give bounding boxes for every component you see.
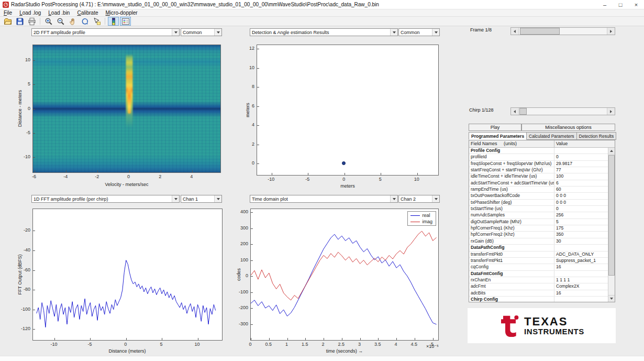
y-tick-label: 10 bbox=[249, 65, 254, 70]
table-row[interactable]: rxGain (dB)30 bbox=[469, 238, 608, 245]
table-row[interactable]: txPhaseShifter (deg)0 0 0 bbox=[469, 200, 608, 206]
table-row[interactable]: txStartTime (us)0 bbox=[469, 206, 608, 212]
timedomain-plot[interactable]: realimag bbox=[250, 209, 439, 341]
chevron-down-icon bbox=[172, 29, 179, 36]
slider-left-arrow-icon[interactable] bbox=[511, 28, 519, 35]
table-row[interactable]: startFreqConst + startFreqVar (Ghz)77 bbox=[469, 167, 608, 173]
plot-type-select-range-doppler[interactable]: 2D FFT amplitude profile bbox=[31, 28, 180, 36]
table-row[interactable]: hpfCornerFreq2 (Khz)350 bbox=[469, 232, 608, 238]
table-row[interactable]: adcFmtComplex2X bbox=[469, 283, 608, 290]
table-section-row[interactable]: DataPathConfig bbox=[469, 245, 608, 251]
table-row[interactable]: hpfCornerFreq1 (Khz)175 bbox=[469, 225, 608, 232]
table-row[interactable]: freqSlopeConst + freqSlopeVar (Mhz/us)29… bbox=[469, 161, 608, 167]
pan-icon[interactable] bbox=[67, 17, 78, 26]
tab-detection-results[interactable]: Detection Results bbox=[577, 132, 617, 140]
y-axis-label: meters bbox=[245, 103, 250, 117]
menu-load-log[interactable]: Load .log bbox=[16, 9, 45, 17]
chirp-slider[interactable] bbox=[510, 107, 615, 115]
scroll-down-arrow-icon[interactable] bbox=[608, 295, 615, 302]
chirp-slider-track[interactable] bbox=[519, 108, 607, 115]
range-doppler-plot[interactable] bbox=[32, 45, 221, 173]
frame-slider[interactable] bbox=[510, 27, 615, 35]
table-row[interactable]: transferFmtPkt0ADC_DATA_ONLY bbox=[469, 251, 608, 258]
data-cursor-icon[interactable] bbox=[91, 17, 102, 26]
table-scrollbar[interactable] bbox=[608, 148, 615, 302]
rotate-icon[interactable] bbox=[79, 17, 90, 26]
table-row[interactable]: rampEndTime (us)60 bbox=[469, 187, 608, 193]
field-name-cell: txPhaseShifter (deg) bbox=[469, 200, 554, 205]
scrollbar-track[interactable] bbox=[608, 155, 615, 295]
table-row[interactable]: profileId0 bbox=[469, 154, 608, 160]
channel-select-range-doppler[interactable]: Common bbox=[181, 28, 222, 36]
selected-plot-type: 2D FFT amplitude profile bbox=[32, 30, 172, 35]
menu-file[interactable]: File bbox=[0, 9, 16, 17]
channel-select-detection[interactable]: Common bbox=[398, 28, 440, 36]
plot-type-select-fft1d[interactable]: 1D FFT amplitude profile (per chirp) bbox=[31, 195, 180, 203]
table-header-row: Field Names (units) Value bbox=[469, 140, 615, 148]
save-icon[interactable] bbox=[14, 17, 25, 26]
value-cell: 0 bbox=[554, 154, 608, 160]
plot-type-select-detection[interactable]: Detection & Angle estimation Results bbox=[250, 28, 398, 36]
value-cell: 77 bbox=[554, 167, 608, 173]
chevron-down-icon bbox=[432, 195, 439, 202]
tab-calculated-parameters[interactable]: Calculated Parameters bbox=[527, 132, 576, 140]
scrollbar-thumb[interactable] bbox=[608, 155, 615, 276]
chevron-down-icon bbox=[390, 29, 397, 36]
play-button[interactable]: Play bbox=[469, 124, 521, 131]
selected-channel: Chan 2 bbox=[399, 196, 432, 202]
detection-plot[interactable] bbox=[257, 45, 439, 176]
x-tick-label: 2.5 bbox=[338, 342, 345, 347]
x-tick-label: 1 bbox=[285, 342, 288, 347]
slider-right-arrow-icon[interactable] bbox=[607, 108, 615, 115]
fft1d-plot[interactable] bbox=[32, 209, 223, 341]
chevron-down-icon bbox=[172, 195, 179, 202]
x-tick-label: -5 bbox=[305, 177, 309, 182]
frame-slider-track[interactable] bbox=[519, 28, 607, 35]
table-section-row[interactable]: DataFmtConfig bbox=[469, 271, 608, 277]
zoom-out-icon[interactable] bbox=[55, 17, 66, 26]
table-row[interactable]: cqConfig16 bbox=[469, 264, 608, 270]
plot-legend: realimag bbox=[407, 211, 436, 226]
slider-right-arrow-icon[interactable] bbox=[607, 28, 615, 35]
open-icon[interactable] bbox=[2, 17, 13, 26]
channel-select-fft1d[interactable]: Chan 1 bbox=[181, 195, 222, 203]
field-name-cell: adcFmt bbox=[469, 283, 554, 289]
y-tick-label: -200 bbox=[239, 305, 248, 310]
table-row[interactable]: adcBits16 bbox=[469, 290, 608, 297]
frame-label: Frame 1/8 bbox=[470, 27, 492, 32]
y-tick-label: 100 bbox=[240, 257, 248, 262]
menu-calibrate[interactable]: Calibrate bbox=[73, 9, 102, 17]
chirp-slider-thumb[interactable] bbox=[519, 108, 527, 115]
table-row[interactable]: rxChanEn1 1 1 1 bbox=[469, 277, 608, 283]
x-tick-label: 5 bbox=[160, 342, 163, 347]
y-tick-label: 200 bbox=[240, 241, 248, 246]
value-cell: 16 bbox=[554, 290, 608, 296]
menu-load-bin[interactable]: Load .bin bbox=[45, 9, 73, 17]
table-row[interactable]: transferFmtPkt1Suppress_packet_1 bbox=[469, 258, 608, 264]
plot-type-select-timedomain[interactable]: Time domain plot bbox=[250, 195, 398, 203]
print-icon[interactable] bbox=[26, 17, 37, 26]
miscellaneous-options-button[interactable]: Miscellaneous options bbox=[521, 124, 615, 131]
table-row[interactable]: adcStartTimeConst + adcStartTimeVar (us)… bbox=[469, 180, 608, 187]
colorbar-icon[interactable] bbox=[108, 17, 119, 26]
table-row[interactable]: numAdcSamples256 bbox=[469, 212, 608, 218]
table-row[interactable]: digOutSampleRate (Mhz)5 bbox=[469, 219, 608, 225]
zoom-in-icon[interactable] bbox=[43, 17, 54, 26]
channel-select-timedomain[interactable]: Chan 2 bbox=[398, 195, 440, 203]
minimize-button[interactable]: – bbox=[597, 0, 613, 9]
table-row[interactable]: idleTimeConst + idleTimeVar (us)100 bbox=[469, 173, 608, 180]
y-axis-label: codes bbox=[236, 268, 241, 281]
menu-micro-doppler[interactable]: Micro-doppler bbox=[102, 9, 141, 17]
table-row[interactable]: txOutPowerBackoffCode0 0 0 bbox=[469, 193, 608, 199]
y-tick-label: 0 bbox=[246, 273, 248, 278]
legend-icon[interactable] bbox=[120, 17, 131, 26]
close-button[interactable]: × bbox=[628, 0, 644, 9]
slider-left-arrow-icon[interactable] bbox=[511, 108, 519, 115]
frame-slider-thumb[interactable] bbox=[520, 28, 560, 35]
scroll-up-arrow-icon[interactable] bbox=[608, 148, 615, 155]
value-cell: 60 bbox=[554, 187, 608, 192]
table-section-row[interactable]: Profile Config bbox=[469, 148, 608, 154]
maximize-button[interactable]: □ bbox=[613, 0, 628, 9]
tab-programmed-parameters[interactable]: Programmed Parameters bbox=[469, 132, 527, 140]
table-section-row[interactable]: Chirp Config bbox=[469, 297, 608, 302]
